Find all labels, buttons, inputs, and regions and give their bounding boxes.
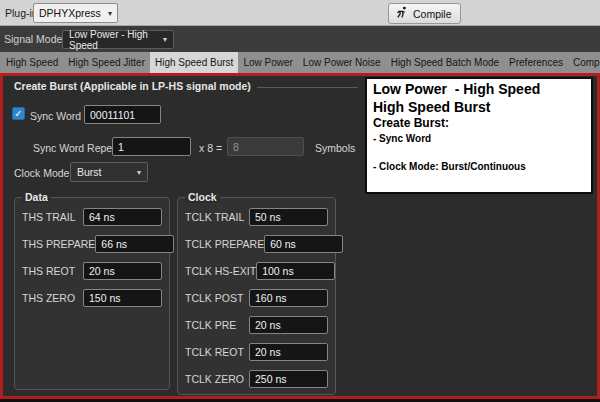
sync-word-repeat-label: Sync Word Repeat	[33, 142, 121, 154]
table-row: THS ZERO	[22, 289, 162, 307]
tab-preferences[interactable]: Preferences	[504, 52, 568, 73]
group-border-line	[257, 87, 358, 88]
signal-mode-label: Signal Mode:	[4, 33, 65, 45]
tclk-hs-exit-label: TCLK HS-EXIT	[185, 265, 256, 277]
tclk-reot-input[interactable]	[249, 343, 328, 361]
ths-reot-label: THS REOT	[22, 265, 75, 277]
ths-reot-input[interactable]	[83, 262, 162, 280]
tab-compile-settings[interactable]: Compile Settings	[568, 52, 600, 73]
symbols-unit-label: Symbols	[315, 142, 355, 154]
ths-trail-label: THS TRAIL	[22, 211, 75, 223]
table-row: TCLK HS-EXIT	[185, 262, 328, 280]
ths-zero-input[interactable]	[83, 289, 162, 307]
sync-word-repeat-input[interactable]	[112, 137, 191, 156]
dphyxpress-window: Plug-in: DPHYXpress ▾ Compile Signal Mod…	[0, 0, 600, 402]
sync-word-checkbox[interactable]: ✓	[12, 107, 25, 120]
tclk-pre-input[interactable]	[249, 316, 328, 334]
table-row: TCLK TRAIL	[185, 208, 328, 226]
tclk-prepare-input[interactable]	[264, 235, 343, 253]
repeat-result-field	[227, 137, 304, 156]
sync-word-label: Sync Word	[30, 110, 81, 122]
annotation-title-1: Low Power - High Speed	[373, 81, 585, 99]
clock-timing-group: Clock TCLK TRAIL TCLK PREPARE TCLK HS-EX…	[177, 197, 336, 395]
tclk-zero-label: TCLK ZERO	[185, 373, 244, 385]
table-row: THS PREPARE	[22, 235, 162, 253]
create-burst-group-title: Create Burst (Applicable in LP-HS signal…	[14, 80, 251, 92]
annotation-bullet-clock-mode: - Clock Mode: Burst/Continuous	[373, 160, 585, 173]
tclk-zero-input[interactable]	[249, 370, 328, 388]
tclk-reot-label: TCLK REOT	[185, 346, 244, 358]
create-burst-group-header: Create Burst (Applicable in LP-HS signal…	[14, 80, 358, 92]
ths-trail-input[interactable]	[83, 208, 162, 226]
table-row: TCLK PRE	[185, 316, 328, 334]
plugin-dropdown-value: DPHYXpress	[39, 7, 101, 19]
data-timing-group: Data THS TRAIL THS PREPARE THS REOT THS …	[14, 197, 170, 390]
ths-prepare-label: THS PREPARE	[22, 238, 95, 250]
compile-button[interactable]: Compile	[388, 3, 461, 24]
tclk-post-label: TCLK POST	[185, 292, 243, 304]
clock-group-title: Clock	[185, 191, 220, 203]
table-row: THS TRAIL	[22, 208, 162, 226]
annotation-bullet-sync-word: - Sync Word	[373, 132, 585, 145]
clock-mode-label: Clock Mode	[14, 167, 69, 179]
sync-word-input[interactable]	[84, 105, 161, 124]
tab-bar: High Speed High Speed Jitter High Speed …	[0, 52, 600, 73]
ths-prepare-input[interactable]	[95, 235, 174, 253]
chevron-down-icon: ▾	[163, 35, 167, 44]
tclk-hs-exit-input[interactable]	[256, 262, 335, 280]
signal-mode-value: Low Power - High Speed	[69, 29, 163, 51]
chevron-down-icon: ▾	[108, 9, 112, 18]
table-row: THS REOT	[22, 262, 162, 280]
tclk-prepare-label: TCLK PREPARE	[185, 238, 264, 250]
compile-runner-icon	[395, 6, 408, 21]
tab-high-speed-batch-mode[interactable]: High Speed Batch Mode	[386, 52, 504, 73]
clock-mode-dropdown[interactable]: Burst ▾	[70, 162, 148, 182]
data-group-title: Data	[22, 191, 51, 203]
tclk-pre-label: TCLK PRE	[185, 319, 236, 331]
compile-button-label: Compile	[413, 8, 452, 20]
signal-mode-dropdown[interactable]: Low Power - High Speed ▾	[62, 30, 174, 49]
tclk-trail-label: TCLK TRAIL	[185, 211, 244, 223]
clock-mode-value: Burst	[77, 166, 102, 178]
tab-high-speed-jitter[interactable]: High Speed Jitter	[63, 52, 150, 73]
plugin-dropdown[interactable]: DPHYXpress ▾	[33, 3, 118, 23]
signal-mode-bar: Signal Mode: Low Power - High Speed ▾	[0, 26, 600, 52]
high-speed-burst-panel: Create Burst (Applicable in LP-HS signal…	[0, 73, 600, 399]
table-row: TCLK ZERO	[185, 370, 328, 388]
table-row: TCLK POST	[185, 289, 328, 307]
tclk-trail-input[interactable]	[249, 208, 328, 226]
tab-high-speed[interactable]: High Speed	[1, 52, 63, 73]
ths-zero-label: THS ZERO	[22, 292, 75, 304]
plugin-toolbar: Plug-in: DPHYXpress ▾ Compile	[0, 0, 600, 26]
table-row: TCLK REOT	[185, 343, 328, 361]
chevron-down-icon: ▾	[137, 168, 141, 177]
tab-low-power-noise[interactable]: Low Power Noise	[298, 52, 386, 73]
tclk-post-input[interactable]	[249, 289, 328, 307]
table-row: TCLK PREPARE	[185, 235, 328, 253]
annotation-note: Low Power - High Speed High Speed Burst …	[365, 77, 593, 194]
multiplier-label: x 8 =	[199, 142, 222, 154]
tab-high-speed-burst[interactable]: High Speed Burst	[150, 52, 238, 73]
tab-low-power[interactable]: Low Power	[238, 52, 297, 73]
annotation-subtitle: Create Burst:	[373, 116, 585, 132]
annotation-title-2: High Speed Burst	[373, 99, 585, 117]
